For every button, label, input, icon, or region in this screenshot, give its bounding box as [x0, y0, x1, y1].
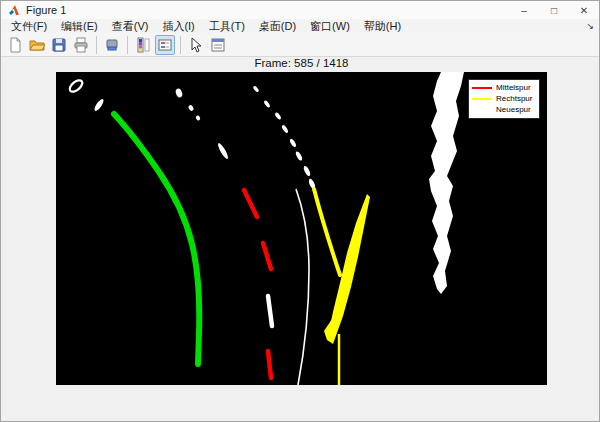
insert-colorbar-button[interactable]: [133, 35, 153, 55]
legend-entry-rechtspur: Rechtspur: [472, 93, 536, 104]
legend-line-sample: [472, 98, 492, 100]
open-file-button[interactable]: [27, 35, 47, 55]
white-marking-dash: [216, 142, 229, 160]
menu-bar: 文件(F)编辑(E)查看(V)插入(I)工具(T)桌面(D)窗口(W)帮助(H)…: [1, 19, 599, 33]
white-dash-chain: [295, 151, 304, 162]
white-dash-chain: [263, 100, 271, 109]
white-marking-dash: [93, 98, 105, 112]
legend-entry-neuespur: Neuespur: [472, 104, 536, 115]
link-plot-button[interactable]: [102, 35, 122, 55]
green-lane-curve: [114, 114, 199, 364]
new-figure-button[interactable]: [5, 35, 25, 55]
menu-item-view[interactable]: 查看(V): [105, 19, 156, 33]
minimize-button[interactable]: –: [509, 1, 539, 19]
cursor-arrow-icon: [188, 37, 204, 53]
title-bar: Figure 1 – □ ✕: [1, 1, 599, 19]
close-button[interactable]: ✕: [569, 1, 599, 19]
legend-line-sample: [472, 87, 492, 89]
figure-window: Figure 1 – □ ✕ 文件(F)编辑(E)查看(V)插入(I)工具(T)…: [0, 0, 600, 422]
white-marking-blob: [195, 115, 201, 121]
print-figure-button[interactable]: [71, 35, 91, 55]
menu-item-edit[interactable]: 编辑(E): [54, 19, 105, 33]
plot-browser-button[interactable]: [208, 35, 228, 55]
menu-item-desktop[interactable]: 桌面(D): [252, 19, 303, 33]
white-marking-blob: [188, 104, 195, 111]
menu-item-window[interactable]: 窗口(W): [303, 19, 357, 33]
insert-legend-button[interactable]: [155, 35, 175, 55]
white-dash-chain: [281, 124, 289, 134]
new-document-icon: [7, 37, 23, 53]
white-lane-dash: [268, 296, 272, 326]
white-marking-ring: [68, 78, 85, 94]
maximize-button[interactable]: □: [539, 1, 569, 19]
edit-plot-button[interactable]: [186, 35, 206, 55]
yellow-branch-thin: [314, 189, 340, 275]
link-plot-icon: [104, 37, 120, 53]
menu-item-insert[interactable]: 插入(I): [155, 19, 201, 33]
matlab-icon: [8, 4, 20, 16]
toolbar-separator: [127, 36, 128, 54]
white-dash-chain: [289, 138, 297, 148]
white-dash-chain: [274, 112, 282, 121]
white-dash-chain: [303, 165, 312, 177]
menu-item-help[interactable]: 帮助(H): [357, 19, 408, 33]
legend-label: Rechtspur: [496, 94, 532, 103]
red-lane-dash: [268, 351, 271, 378]
dock-arrow-icon[interactable]: ↘: [586, 19, 594, 33]
yellow-branch-thick: [327, 194, 370, 344]
toolbar: [1, 33, 599, 57]
axes-title: Frame: 585 / 1418: [56, 57, 547, 69]
red-lane-dash: [263, 243, 271, 269]
menu-item-file[interactable]: 文件(F): [4, 19, 54, 33]
save-figure-button[interactable]: [49, 35, 69, 55]
toolbar-separator: [180, 36, 181, 54]
legend[interactable]: MittelspurRechtspurNeuespur: [468, 79, 540, 119]
window-controls: – □ ✕: [509, 1, 599, 19]
window-title: Figure 1: [26, 4, 509, 16]
legend-label: Mittelspur: [496, 83, 531, 92]
legend-icon: [157, 37, 173, 53]
white-thin-curve: [296, 189, 309, 385]
white-large-blob: [429, 72, 464, 294]
save-icon: [51, 37, 67, 53]
menu-item-tools[interactable]: 工具(T): [202, 19, 252, 33]
red-lane-dash: [244, 190, 257, 217]
figure-canvas: Frame: 585 / 1418 MittelspurRechtspurNeu…: [1, 58, 599, 421]
colorbar-icon: [135, 37, 151, 53]
print-icon: [73, 37, 89, 53]
legend-entry-mittelspur: Mittelspur: [472, 82, 536, 93]
legend-label: Neuespur: [496, 105, 531, 114]
legend-line-sample: [472, 109, 492, 111]
open-folder-icon: [29, 37, 45, 53]
white-marking-blob: [175, 88, 184, 99]
plot-browser-icon: [210, 37, 226, 53]
toolbar-separator: [96, 36, 97, 54]
plot-image: MittelspurRechtspurNeuespur: [56, 72, 547, 385]
white-dash-chain: [252, 85, 259, 93]
